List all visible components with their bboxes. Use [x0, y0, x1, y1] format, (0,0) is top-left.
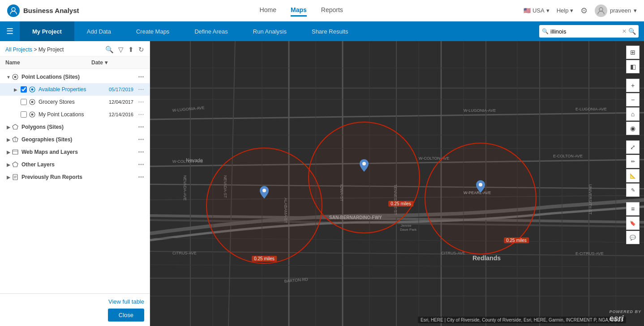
tab-run-analysis[interactable]: Run Analysis — [240, 21, 299, 41]
refresh-icon[interactable]: ↻ — [138, 46, 144, 54]
item-my-point-locations[interactable]: ▶ My Point Locations 12/14/2016 ··· — [0, 108, 150, 121]
main-content: All Projects > My Project 🔍 ▽ ⬆ ↻ Name D… — [0, 41, 644, 326]
map-pin-1[interactable] — [260, 186, 269, 200]
home-extent-button[interactable]: ⌂ — [626, 107, 640, 121]
breadcrumb-current: My Project — [39, 47, 64, 53]
item-more-my-point[interactable]: ··· — [136, 110, 146, 119]
svg-text:W-LUGONIA-AVE: W-LUGONIA-AVE — [464, 108, 496, 113]
map-tools-panel: ⊞ ◧ + − ⌂ ◉ ⤢ ✏ 📐 ✎ ≡ 🔖 💬 — [626, 46, 640, 244]
svg-text:NEVADA-ST: NEVADA-ST — [223, 175, 228, 198]
top-nav: Business Analyst Home Maps Reports 🇺🇸 US… — [0, 0, 644, 21]
item-grocery-stores[interactable]: ▶ Grocery Stores 12/04/2017 ··· — [0, 96, 150, 108]
sidebar-header: All Projects > My Project 🔍 ▽ ⬆ ↻ — [0, 41, 150, 57]
svg-text:W-COLTON-AVE: W-COLTON-AVE — [172, 159, 203, 164]
map-search-input[interactable] — [550, 28, 622, 35]
map-pin-3[interactable] — [476, 180, 485, 194]
edit-button[interactable]: ✎ — [626, 183, 640, 197]
group-geo-more[interactable]: ··· — [136, 135, 146, 144]
expand-geo: ▶ — [5, 136, 12, 143]
nav-links: Home Maps Reports — [90, 4, 513, 17]
svg-text:ALABAMA-ST: ALABAMA-ST — [283, 198, 288, 224]
search-layer-icon[interactable]: 🔍 — [105, 46, 114, 54]
map-background: W-LUGONIA-AVE W-LUGONIA-AVE E-LUGONIA-AV… — [150, 41, 644, 326]
group-web-maps[interactable]: ▶ Web Maps and Layers ··· — [0, 146, 150, 158]
country-selector[interactable]: 🇺🇸 USA ▾ — [524, 7, 550, 14]
breadcrumb-separator: > — [34, 47, 38, 53]
checkbox-available-properties[interactable] — [21, 86, 27, 93]
item-label-grocery: Grocery Stores — [39, 99, 98, 105]
map-attribution: Esri, HERE | City of Riverside, County o… — [418, 317, 626, 323]
user-menu[interactable]: praveen ▾ — [595, 4, 637, 17]
group-point-icon — [12, 73, 19, 80]
breadcrumb-all-projects[interactable]: All Projects — [5, 47, 32, 53]
zoom-out-button[interactable]: − — [626, 93, 640, 106]
group-point-more[interactable]: ··· — [136, 73, 146, 81]
comment-button[interactable]: 💬 — [626, 231, 640, 244]
esri-logo: POWERED BY esri — [609, 309, 641, 323]
group-polygon-more[interactable]: ··· — [136, 123, 146, 131]
tab-define-areas[interactable]: Define Areas — [182, 21, 240, 41]
help-button[interactable]: Help ▾ — [557, 7, 573, 14]
group-geographies[interactable]: ▶ Geographies (Sites) ··· — [0, 133, 150, 146]
svg-line-44 — [150, 238, 644, 242]
breadcrumb: All Projects > My Project — [5, 47, 64, 53]
tab-my-project[interactable]: My Project — [20, 21, 74, 41]
settings-button[interactable]: ⚙ — [580, 6, 588, 16]
country-label: USA — [532, 7, 545, 14]
zoom-in-button[interactable]: + — [626, 79, 640, 92]
full-extent-button[interactable]: ⤢ — [626, 140, 640, 154]
svg-rect-20 — [150, 41, 644, 326]
svg-text:NEVADA-AVE: NEVADA-AVE — [183, 175, 187, 201]
svg-marker-10 — [13, 124, 18, 129]
item-more-grocery[interactable]: ··· — [136, 98, 146, 106]
group-webmaps-more[interactable]: ··· — [136, 148, 146, 156]
brand-icon — [7, 4, 20, 17]
svg-text:CITRUS-AVE: CITRUS-AVE — [441, 251, 465, 255]
svg-line-27 — [150, 220, 644, 227]
circle-2 — [308, 122, 420, 233]
flag-icon: 🇺🇸 — [524, 7, 531, 14]
locate-button[interactable]: ◉ — [626, 122, 640, 135]
layer-panel-button[interactable]: ◧ — [626, 60, 640, 73]
item-available-properties[interactable]: ▶ Available Properties 05/17/2019 ··· — [0, 83, 150, 96]
nav-maps[interactable]: Maps — [291, 4, 307, 17]
tab-create-maps[interactable]: Create Maps — [124, 21, 182, 41]
bookmarks-button[interactable]: 🔖 — [626, 216, 640, 230]
view-full-table-link[interactable]: View full table — [108, 298, 144, 305]
nav-home[interactable]: Home — [260, 4, 276, 17]
tab-add-data[interactable]: Add Data — [74, 21, 124, 41]
group-point-locations[interactable]: ▼ Point Locations (Sites) ··· — [0, 71, 150, 83]
checkbox-grocery-stores[interactable] — [21, 99, 27, 105]
checkbox-my-point[interactable] — [21, 111, 27, 118]
search-clear-icon[interactable]: ✕ — [622, 28, 627, 34]
group-other-more[interactable]: ··· — [136, 161, 146, 169]
export-icon[interactable]: ⬆ — [128, 46, 134, 54]
filter-icon[interactable]: ▽ — [118, 46, 124, 54]
svg-point-78 — [362, 162, 366, 165]
close-button[interactable]: Close — [108, 309, 144, 322]
legend-button[interactable]: ≡ — [626, 202, 640, 216]
group-polygon-icon — [12, 123, 19, 131]
group-geo-label: Geographies (Sites) — [21, 136, 136, 143]
draw-button[interactable]: ✏ — [626, 155, 640, 168]
svg-line-32 — [228, 41, 235, 326]
sidebar: All Projects > My Project 🔍 ▽ ⬆ ↻ Name D… — [0, 41, 150, 326]
group-other-layers[interactable]: ▶ Other Layers ··· — [0, 158, 150, 171]
grid-view-button[interactable]: ⊞ — [626, 46, 640, 59]
col-date-header[interactable]: Date ▾ — [91, 59, 132, 66]
measure-button[interactable]: 📐 — [626, 169, 640, 182]
nav-reports[interactable]: Reports — [321, 4, 343, 17]
group-prev-reports[interactable]: ▶ Previously Run Reports ··· — [0, 171, 150, 183]
expand-other: ▶ — [5, 161, 12, 168]
hamburger-menu[interactable]: ☰ — [0, 21, 20, 41]
group-polygons[interactable]: ▶ Polygons (Sites) ··· — [0, 121, 150, 133]
map-area[interactable]: W-LUGONIA-AVE W-LUGONIA-AVE E-LUGONIA-AV… — [150, 41, 644, 326]
item-more-available[interactable]: ··· — [136, 85, 146, 93]
svg-marker-15 — [13, 162, 18, 167]
svg-text:W-COLTON-AVE: W-COLTON-AVE — [419, 156, 449, 161]
search-submit-icon[interactable]: 🔍 — [628, 28, 636, 35]
tab-share-results[interactable]: Share Results — [299, 21, 361, 41]
map-pin-2[interactable] — [360, 159, 369, 173]
map-search-box[interactable]: 🔍 ✕ 🔍 — [539, 25, 639, 38]
group-reports-more[interactable]: ··· — [136, 173, 146, 181]
